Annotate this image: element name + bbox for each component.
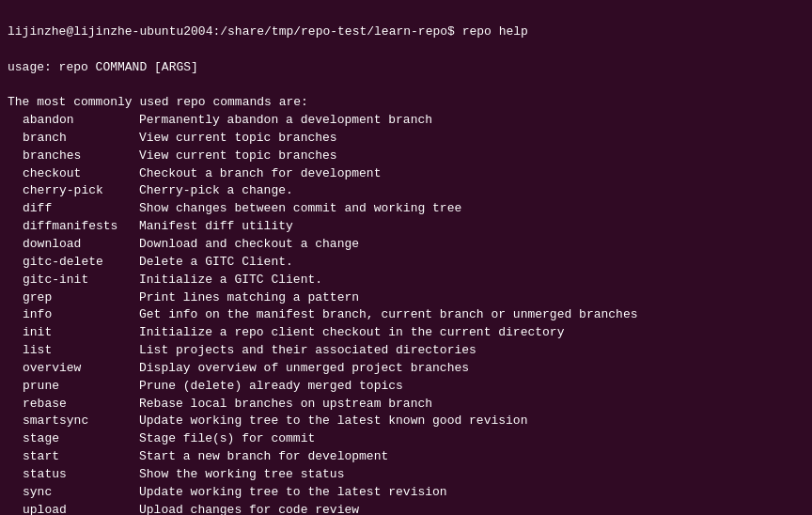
table-row: diffShow changes between commit and work… — [8, 200, 638, 218]
cmd-name: gitc-init — [8, 272, 139, 289]
cmd-desc: Rebase local branches on upstream branch — [139, 396, 638, 414]
table-row: listList projects and their associated d… — [8, 342, 638, 360]
cmd-name: overview — [8, 360, 139, 378]
table-row: initInitialize a repo client checkout in… — [8, 324, 638, 342]
table-row: syncUpdate working tree to the latest re… — [8, 484, 638, 502]
table-row: gitc-initInitialize a GITC Client. — [8, 272, 638, 289]
cmd-desc: Initialize a repo client checkout in the… — [139, 324, 638, 342]
cmd-name: diff — [8, 200, 139, 218]
cmd-desc: Start a new branch for development — [139, 448, 638, 466]
cmd-name: list — [8, 342, 139, 360]
cmd-name: prune — [8, 378, 139, 396]
table-row: smartsyncUpdate working tree to the late… — [8, 413, 638, 430]
prompt-line: lijinzhe@lijinzhe-ubuntu2004:/share/tmp/… — [8, 24, 528, 39]
table-row: diffmanifestsManifest diff utility — [8, 218, 638, 236]
cmd-desc: Show changes between commit and working … — [139, 200, 638, 218]
cmd-name: status — [8, 466, 139, 484]
cmd-name: diffmanifests — [8, 218, 139, 236]
table-row: branchView current topic branches — [8, 130, 638, 148]
table-row: gitc-deleteDelete a GITC Client. — [8, 254, 638, 272]
cmd-desc: Update working tree to the latest known … — [139, 413, 638, 430]
cmd-name: smartsync — [8, 413, 139, 430]
cmd-name: branch — [8, 130, 139, 148]
table-row: rebaseRebase local branches on upstream … — [8, 396, 638, 414]
cmd-desc: List projects and their associated direc… — [139, 342, 638, 360]
cmd-desc: Print lines matching a pattern — [139, 289, 638, 307]
cmd-desc: Prune (delete) already merged topics — [139, 378, 638, 396]
table-row: branchesView current topic branches — [8, 148, 638, 165]
table-row: overviewDisplay overview of unmerged pro… — [8, 360, 638, 378]
commands-table: abandonPermanently abandon a development… — [8, 112, 638, 515]
cmd-desc: View current topic branches — [139, 148, 638, 165]
cmd-name: gitc-delete — [8, 254, 139, 272]
table-row: downloadDownload and checkout a change — [8, 236, 638, 254]
cmd-name: download — [8, 236, 139, 254]
table-row: prunePrune (delete) already merged topic… — [8, 378, 638, 396]
cmd-name: rebase — [8, 396, 139, 414]
cmd-desc: Download and checkout a change — [139, 236, 638, 254]
cmd-name: start — [8, 448, 139, 466]
table-row: grepPrint lines matching a pattern — [8, 289, 638, 307]
cmd-desc: Upload changes for code review — [139, 502, 638, 515]
cmd-name: stage — [8, 430, 139, 448]
cmd-name: upload — [8, 502, 139, 515]
cmd-desc: Permanently abandon a development branch — [139, 112, 638, 130]
terminal-window: lijinzhe@lijinzhe-ubuntu2004:/share/tmp/… — [8, 6, 804, 112]
cmd-name: branches — [8, 148, 139, 165]
usage-line: usage: repo COMMAND [ARGS] — [8, 60, 198, 74]
cmd-name: cherry-pick — [8, 182, 139, 200]
cmd-desc: Get info on the manifest branch, current… — [139, 306, 638, 324]
cmd-desc: Initialize a GITC Client. — [139, 272, 638, 289]
table-row: startStart a new branch for development — [8, 448, 638, 466]
cmd-name: sync — [8, 484, 139, 502]
table-row: infoGet info on the manifest branch, cur… — [8, 306, 638, 324]
table-row: statusShow the working tree status — [8, 466, 638, 484]
cmd-desc: Manifest diff utility — [139, 218, 638, 236]
intro-line: The most commonly used repo commands are… — [8, 95, 308, 109]
cmd-desc: Delete a GITC Client. — [139, 254, 638, 272]
cmd-desc: Update working tree to the latest revisi… — [139, 484, 638, 502]
cmd-desc: Cherry-pick a change. — [139, 182, 638, 200]
table-row: cherry-pickCherry-pick a change. — [8, 182, 638, 200]
table-row: abandonPermanently abandon a development… — [8, 112, 638, 130]
cmd-desc: View current topic branches — [139, 130, 638, 148]
table-row: uploadUpload changes for code review — [8, 502, 638, 515]
cmd-desc: Stage file(s) for commit — [139, 430, 638, 448]
cmd-name: info — [8, 306, 139, 324]
cmd-name: init — [8, 324, 139, 342]
cmd-name: grep — [8, 289, 139, 307]
cmd-name: checkout — [8, 165, 139, 183]
cmd-desc: Display overview of unmerged project bra… — [139, 360, 638, 378]
cmd-desc: Checkout a branch for development — [139, 165, 638, 183]
cmd-desc: Show the working tree status — [139, 466, 638, 484]
table-row: checkoutCheckout a branch for developmen… — [8, 165, 638, 183]
cmd-name: abandon — [8, 112, 139, 130]
table-row: stageStage file(s) for commit — [8, 430, 638, 448]
